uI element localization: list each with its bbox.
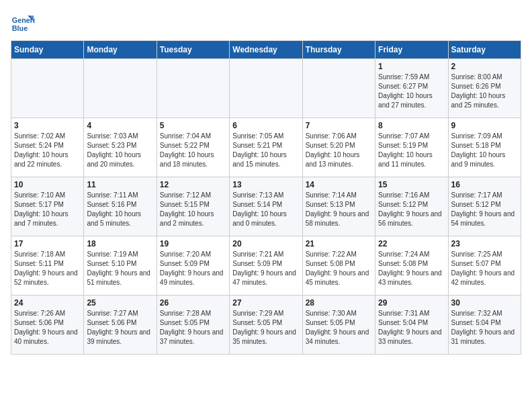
day-2: 2Sunrise: 8:00 AM Sunset: 6:26 PM Daylig… xyxy=(448,59,521,118)
day-info: Sunrise: 7:05 AM Sunset: 5:21 PM Dayligh… xyxy=(232,132,299,169)
day-info: Sunrise: 7:27 AM Sunset: 5:06 PM Dayligh… xyxy=(87,309,153,347)
day-number: 27 xyxy=(232,298,299,308)
day-9: 9Sunrise: 7:09 AM Sunset: 5:18 PM Daylig… xyxy=(448,118,521,177)
day-empty xyxy=(230,59,302,118)
week-row-3: 10Sunrise: 7:10 AM Sunset: 5:17 PM Dayli… xyxy=(11,177,521,236)
day-24: 24Sunrise: 7:26 AM Sunset: 5:06 PM Dayli… xyxy=(11,295,84,355)
day-info: Sunrise: 7:24 AM Sunset: 5:08 PM Dayligh… xyxy=(378,250,445,287)
day-info: Sunrise: 7:28 AM Sunset: 5:05 PM Dayligh… xyxy=(160,309,226,347)
day-empty xyxy=(157,59,229,118)
day-number: 11 xyxy=(87,180,153,189)
day-15: 15Sunrise: 7:16 AM Sunset: 5:12 PM Dayli… xyxy=(375,177,448,236)
day-info: Sunrise: 7:29 AM Sunset: 5:05 PM Dayligh… xyxy=(232,309,299,347)
day-30: 30Sunrise: 7:32 AM Sunset: 5:04 PM Dayli… xyxy=(448,295,521,355)
weekday-header-row: SundayMondayTuesdayWednesdayThursdayFrid… xyxy=(11,41,521,59)
week-row-1: 1Sunrise: 7:59 AM Sunset: 6:27 PM Daylig… xyxy=(11,59,521,118)
day-20: 20Sunrise: 7:21 AM Sunset: 5:09 PM Dayli… xyxy=(230,236,302,295)
day-number: 12 xyxy=(160,180,226,189)
weekday-thursday: Thursday xyxy=(302,41,375,59)
day-25: 25Sunrise: 7:27 AM Sunset: 5:06 PM Dayli… xyxy=(84,295,157,355)
svg-text:Blue: Blue xyxy=(12,24,28,32)
day-22: 22Sunrise: 7:24 AM Sunset: 5:08 PM Dayli… xyxy=(375,236,448,295)
day-number: 3 xyxy=(14,121,81,130)
day-number: 16 xyxy=(451,180,518,189)
day-7: 7Sunrise: 7:06 AM Sunset: 5:20 PM Daylig… xyxy=(302,118,375,177)
day-12: 12Sunrise: 7:12 AM Sunset: 5:15 PM Dayli… xyxy=(157,177,229,236)
page-header: General Blue xyxy=(11,11,521,35)
day-number: 25 xyxy=(87,298,153,308)
day-info: Sunrise: 7:11 AM Sunset: 5:16 PM Dayligh… xyxy=(87,191,153,228)
day-number: 18 xyxy=(87,239,153,248)
day-number: 9 xyxy=(451,121,518,130)
day-info: Sunrise: 7:10 AM Sunset: 5:17 PM Dayligh… xyxy=(14,191,81,228)
day-11: 11Sunrise: 7:11 AM Sunset: 5:16 PM Dayli… xyxy=(84,177,157,236)
day-27: 27Sunrise: 7:29 AM Sunset: 5:05 PM Dayli… xyxy=(230,295,302,355)
weekday-friday: Friday xyxy=(375,41,448,59)
day-13: 13Sunrise: 7:13 AM Sunset: 5:14 PM Dayli… xyxy=(230,177,302,236)
day-info: Sunrise: 7:32 AM Sunset: 5:04 PM Dayligh… xyxy=(451,309,518,347)
day-info: Sunrise: 7:14 AM Sunset: 5:13 PM Dayligh… xyxy=(306,191,372,228)
day-16: 16Sunrise: 7:17 AM Sunset: 5:12 PM Dayli… xyxy=(448,177,521,236)
day-number: 22 xyxy=(378,239,445,248)
day-number: 23 xyxy=(451,239,518,248)
day-8: 8Sunrise: 7:07 AM Sunset: 5:19 PM Daylig… xyxy=(375,118,448,177)
day-info: Sunrise: 7:12 AM Sunset: 5:15 PM Dayligh… xyxy=(160,191,226,228)
day-number: 14 xyxy=(306,180,372,189)
day-number: 13 xyxy=(232,180,299,189)
day-14: 14Sunrise: 7:14 AM Sunset: 5:13 PM Dayli… xyxy=(302,177,375,236)
day-empty xyxy=(84,59,157,118)
calendar-table: SundayMondayTuesdayWednesdayThursdayFrid… xyxy=(11,40,521,355)
day-info: Sunrise: 7:13 AM Sunset: 5:14 PM Dayligh… xyxy=(232,191,299,228)
day-10: 10Sunrise: 7:10 AM Sunset: 5:17 PM Dayli… xyxy=(11,177,84,236)
day-17: 17Sunrise: 7:18 AM Sunset: 5:11 PM Dayli… xyxy=(11,236,84,295)
week-row-2: 3Sunrise: 7:02 AM Sunset: 5:24 PM Daylig… xyxy=(11,118,521,177)
day-number: 30 xyxy=(451,298,518,308)
weekday-wednesday: Wednesday xyxy=(230,41,302,59)
day-number: 4 xyxy=(87,121,153,130)
week-row-4: 17Sunrise: 7:18 AM Sunset: 5:11 PM Dayli… xyxy=(11,236,521,295)
day-info: Sunrise: 8:00 AM Sunset: 6:26 PM Dayligh… xyxy=(451,73,518,110)
day-info: Sunrise: 7:30 AM Sunset: 5:05 PM Dayligh… xyxy=(306,309,372,347)
logo: General Blue xyxy=(11,11,35,35)
day-info: Sunrise: 7:31 AM Sunset: 5:04 PM Dayligh… xyxy=(378,309,445,347)
logo-icon: General Blue xyxy=(11,11,35,35)
day-3: 3Sunrise: 7:02 AM Sunset: 5:24 PM Daylig… xyxy=(11,118,84,177)
day-info: Sunrise: 7:22 AM Sunset: 5:08 PM Dayligh… xyxy=(306,250,372,287)
weekday-monday: Monday xyxy=(84,41,157,59)
day-number: 8 xyxy=(378,121,445,130)
day-info: Sunrise: 7:20 AM Sunset: 5:09 PM Dayligh… xyxy=(160,250,226,287)
day-info: Sunrise: 7:18 AM Sunset: 5:11 PM Dayligh… xyxy=(14,250,81,287)
day-19: 19Sunrise: 7:20 AM Sunset: 5:09 PM Dayli… xyxy=(157,236,229,295)
day-number: 15 xyxy=(378,180,445,189)
day-28: 28Sunrise: 7:30 AM Sunset: 5:05 PM Dayli… xyxy=(302,295,375,355)
day-info: Sunrise: 7:17 AM Sunset: 5:12 PM Dayligh… xyxy=(451,191,518,228)
week-row-5: 24Sunrise: 7:26 AM Sunset: 5:06 PM Dayli… xyxy=(11,295,521,355)
day-info: Sunrise: 7:19 AM Sunset: 5:10 PM Dayligh… xyxy=(87,250,153,287)
day-info: Sunrise: 7:06 AM Sunset: 5:20 PM Dayligh… xyxy=(306,132,372,169)
day-number: 7 xyxy=(306,121,372,130)
day-number: 10 xyxy=(14,180,81,189)
weekday-sunday: Sunday xyxy=(11,41,84,59)
day-number: 1 xyxy=(378,62,445,71)
day-info: Sunrise: 7:04 AM Sunset: 5:22 PM Dayligh… xyxy=(160,132,226,169)
day-number: 24 xyxy=(14,298,81,308)
day-info: Sunrise: 7:26 AM Sunset: 5:06 PM Dayligh… xyxy=(14,309,81,347)
day-number: 19 xyxy=(160,239,226,248)
day-26: 26Sunrise: 7:28 AM Sunset: 5:05 PM Dayli… xyxy=(157,295,229,355)
day-number: 6 xyxy=(232,121,299,130)
day-empty xyxy=(11,59,84,118)
day-info: Sunrise: 7:59 AM Sunset: 6:27 PM Dayligh… xyxy=(378,73,445,110)
day-empty xyxy=(302,59,375,118)
day-number: 29 xyxy=(378,298,445,308)
day-number: 28 xyxy=(306,298,372,308)
day-4: 4Sunrise: 7:03 AM Sunset: 5:23 PM Daylig… xyxy=(84,118,157,177)
day-info: Sunrise: 7:16 AM Sunset: 5:12 PM Dayligh… xyxy=(378,191,445,228)
day-29: 29Sunrise: 7:31 AM Sunset: 5:04 PM Dayli… xyxy=(375,295,448,355)
day-info: Sunrise: 7:21 AM Sunset: 5:09 PM Dayligh… xyxy=(232,250,299,287)
day-number: 17 xyxy=(14,239,81,248)
day-5: 5Sunrise: 7:04 AM Sunset: 5:22 PM Daylig… xyxy=(157,118,229,177)
weekday-saturday: Saturday xyxy=(448,41,521,59)
day-18: 18Sunrise: 7:19 AM Sunset: 5:10 PM Dayli… xyxy=(84,236,157,295)
day-info: Sunrise: 7:25 AM Sunset: 5:07 PM Dayligh… xyxy=(451,250,518,287)
day-number: 20 xyxy=(232,239,299,248)
